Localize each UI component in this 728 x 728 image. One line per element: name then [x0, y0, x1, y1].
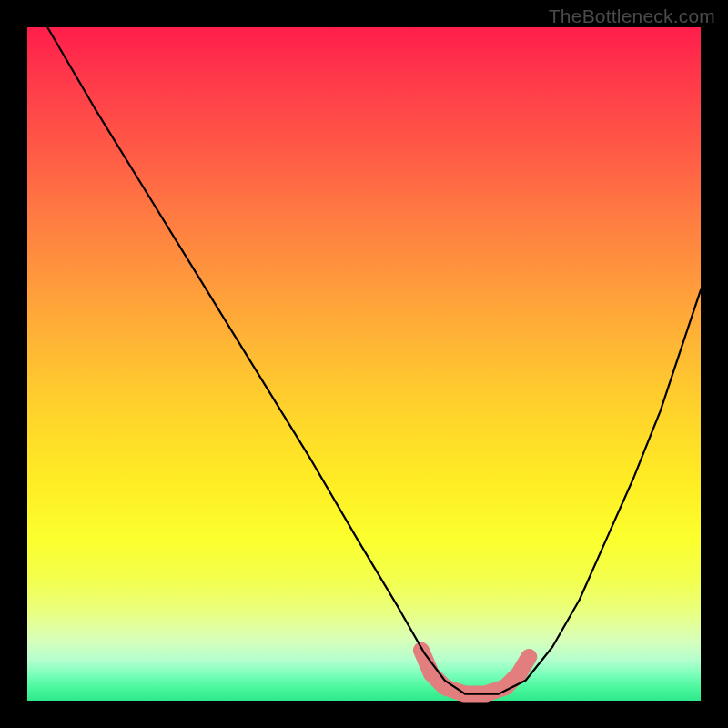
chart-svg — [27, 27, 701, 701]
watermark-text: TheBottleneck.com — [549, 5, 715, 27]
bottleneck-curve — [47, 27, 701, 694]
chart-plot-area — [27, 27, 701, 701]
chart-frame: TheBottleneck.com — [0, 0, 728, 728]
